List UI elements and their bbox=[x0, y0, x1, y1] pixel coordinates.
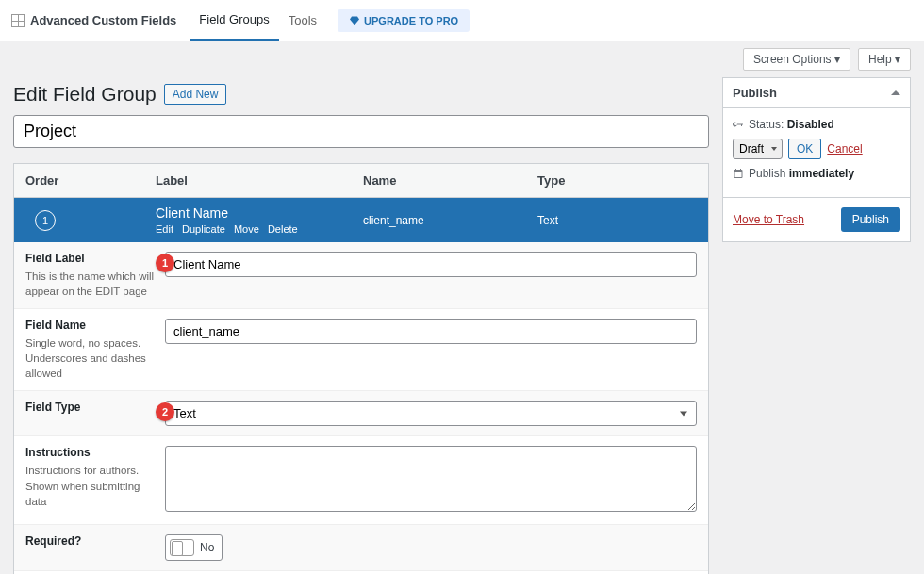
publish-box-title: Publish bbox=[733, 86, 777, 100]
field-row-actions: Edit Duplicate Move Delete bbox=[156, 223, 363, 235]
main-column: Edit Field Group Add New Order Label Nam… bbox=[13, 77, 709, 574]
status-ok-button[interactable]: OK bbox=[788, 139, 821, 159]
calendar-icon bbox=[733, 168, 744, 179]
publish-immediately: immediately bbox=[789, 167, 854, 180]
action-edit[interactable]: Edit bbox=[156, 223, 173, 235]
fields-table-header: Order Label Name Type bbox=[14, 164, 708, 198]
status-cancel-link[interactable]: Cancel bbox=[827, 142, 862, 156]
setting-required-label: Required? bbox=[25, 534, 156, 548]
setting-instructions-desc: Instructions for authors. Shown when sub… bbox=[25, 465, 140, 506]
screen-options-button[interactable]: Screen Options ▾ bbox=[743, 48, 850, 71]
add-new-button[interactable]: Add New bbox=[164, 84, 227, 105]
field-label-input[interactable] bbox=[165, 252, 697, 277]
diamond-icon bbox=[349, 15, 360, 26]
col-label-header: Label bbox=[156, 173, 363, 188]
collapse-icon[interactable] bbox=[891, 90, 900, 95]
setting-field-label-desc: This is the name which will appear on th… bbox=[25, 271, 154, 297]
col-name-header: Name bbox=[363, 173, 537, 188]
nav-tools[interactable]: Tools bbox=[279, 0, 326, 41]
setting-field-label-label: Field Label bbox=[25, 252, 156, 265]
topbar: Advanced Custom Fields Field Groups Tool… bbox=[0, 0, 924, 41]
upgrade-label: UPGRADE TO PRO bbox=[364, 15, 458, 26]
setting-instructions-label: Instructions bbox=[25, 446, 156, 459]
publish-postbox: Publish Status: Disabled Draft OK Ca bbox=[722, 77, 911, 242]
action-delete[interactable]: Delete bbox=[268, 223, 298, 235]
toggle-switch-icon bbox=[170, 539, 194, 556]
field-row-label: Client Name bbox=[156, 205, 363, 221]
field-name-input[interactable] bbox=[165, 319, 697, 344]
col-order-header: Order bbox=[14, 173, 156, 188]
acf-logo-icon bbox=[11, 14, 25, 27]
col-type-header: Type bbox=[537, 173, 708, 188]
help-button[interactable]: Help ▾ bbox=[858, 48, 911, 71]
field-row-type: Text bbox=[537, 214, 708, 227]
upgrade-button[interactable]: UPGRADE TO PRO bbox=[338, 9, 470, 32]
nav-field-groups[interactable]: Field Groups bbox=[190, 0, 278, 41]
status-label: Status: bbox=[749, 118, 784, 131]
sidebar: Publish Status: Disabled Draft OK Ca bbox=[722, 77, 911, 257]
status-select[interactable]: Draft bbox=[733, 139, 783, 159]
field-type-select[interactable]: Text bbox=[165, 401, 697, 426]
page-title: Edit Field Group bbox=[13, 83, 157, 106]
top-right-bar: Screen Options ▾ Help ▾ bbox=[0, 41, 924, 77]
status-value: Disabled bbox=[787, 118, 834, 131]
setting-field-name-desc: Single word, no spaces. Underscores and … bbox=[25, 337, 146, 379]
publish-button[interactable]: Publish bbox=[841, 207, 900, 232]
move-to-trash-link[interactable]: Move to Trash bbox=[733, 213, 804, 226]
publish-on-label: Publish bbox=[749, 167, 785, 180]
order-badge: 1 bbox=[35, 210, 56, 231]
setting-field-type-label: Field Type bbox=[25, 401, 156, 414]
instructions-textarea[interactable] bbox=[165, 446, 697, 512]
setting-field-name-label: Field Name bbox=[25, 319, 156, 332]
field-row-name: client_name bbox=[363, 214, 537, 227]
required-toggle[interactable]: No bbox=[165, 534, 223, 561]
annotation-marker-1: 1 bbox=[156, 254, 174, 272]
field-row[interactable]: 1 Client Name Edit Duplicate Move Delete… bbox=[14, 198, 708, 242]
field-settings: Field Label This is the name which will … bbox=[14, 242, 708, 574]
action-move[interactable]: Move bbox=[234, 223, 259, 235]
required-toggle-label: No bbox=[198, 537, 222, 558]
action-duplicate[interactable]: Duplicate bbox=[182, 223, 225, 235]
brand-label: Advanced Custom Fields bbox=[30, 13, 176, 27]
key-icon bbox=[733, 119, 744, 130]
group-title-input[interactable] bbox=[13, 115, 709, 148]
fields-table: Order Label Name Type 1 Client Name Edit… bbox=[13, 163, 709, 574]
